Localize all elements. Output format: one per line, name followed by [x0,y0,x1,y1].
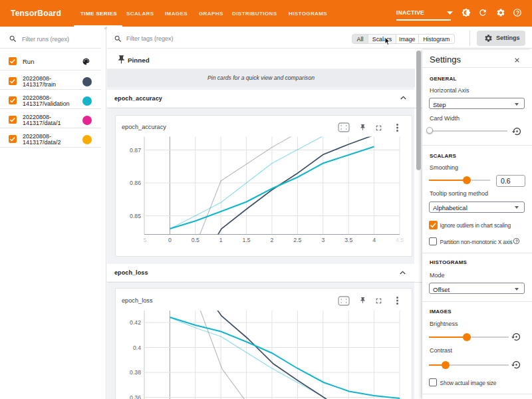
svg-text:0.4: 0.4 [133,344,141,351]
svg-text:3: 3 [321,237,325,243]
svg-text:0.38: 0.38 [130,369,141,376]
svg-text:0: 0 [168,237,172,243]
svg-text:0.5: 0.5 [192,237,200,243]
svg-text:4: 4 [372,237,376,243]
svg-text:0.85: 0.85 [130,212,141,219]
svg-text:5: 5 [144,237,147,243]
svg-text:0.86: 0.86 [130,180,141,186]
svg-text:2: 2 [271,237,274,243]
svg-text:4.5: 4.5 [396,237,404,243]
svg-text:3.5: 3.5 [344,237,352,243]
svg-text:2.5: 2.5 [293,237,301,243]
svg-text:1.5: 1.5 [243,237,251,243]
svg-text:0.87: 0.87 [130,146,141,153]
svg-text:0.42: 0.42 [130,319,141,326]
svg-text:0.36: 0.36 [130,394,141,399]
svg-text:1: 1 [219,237,223,243]
